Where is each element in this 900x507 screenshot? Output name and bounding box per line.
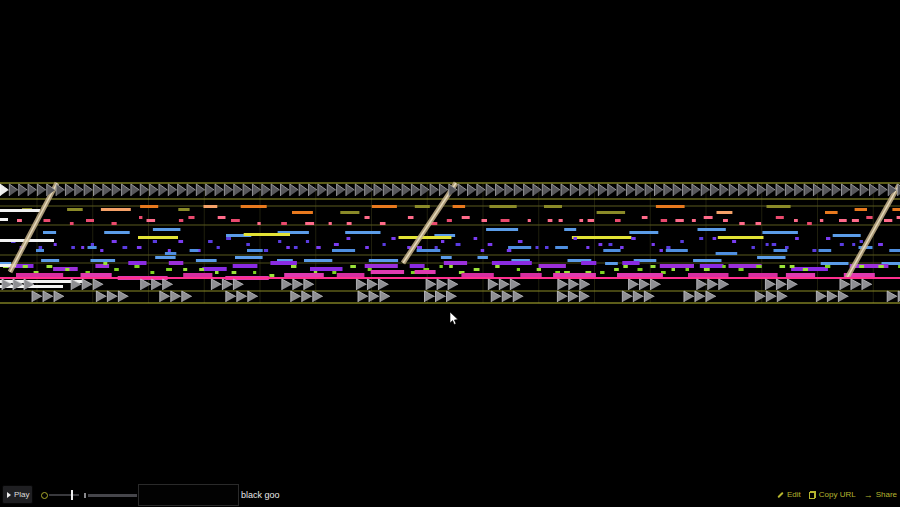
- note: [441, 256, 452, 259]
- note: [278, 240, 281, 243]
- note: [371, 270, 404, 274]
- note: [399, 236, 452, 239]
- note: [247, 249, 263, 252]
- note: [675, 219, 683, 222]
- note: [581, 261, 596, 265]
- note: [264, 249, 268, 252]
- note: [572, 236, 632, 239]
- note: [169, 261, 184, 265]
- play-button[interactable]: Play: [2, 485, 33, 504]
- note: [253, 271, 256, 274]
- volume-icon[interactable]: [41, 492, 48, 499]
- note: [537, 268, 541, 271]
- note: [417, 246, 422, 249]
- note: [774, 249, 788, 252]
- note: [609, 243, 613, 246]
- note: [603, 249, 620, 252]
- note: [204, 205, 218, 208]
- note: [492, 261, 532, 265]
- note: [153, 228, 181, 231]
- note: [620, 246, 624, 249]
- note: [112, 222, 117, 225]
- note: [559, 219, 563, 222]
- note: [350, 265, 356, 268]
- note: [337, 273, 365, 277]
- note: [183, 268, 187, 271]
- note: [71, 246, 75, 249]
- note: [112, 240, 117, 243]
- copy-url-link[interactable]: Copy URL: [809, 490, 856, 499]
- note: [218, 216, 226, 219]
- note: [756, 265, 762, 268]
- note: [700, 264, 724, 268]
- note: [897, 216, 900, 219]
- note: [281, 222, 287, 225]
- note: [638, 268, 643, 271]
- note: [474, 268, 480, 271]
- note: [839, 219, 847, 222]
- note: [517, 268, 520, 271]
- note: [39, 246, 43, 249]
- note: [548, 219, 553, 222]
- edit-link[interactable]: Edit: [777, 490, 801, 499]
- note: [757, 256, 785, 259]
- note: [372, 205, 397, 208]
- note: [794, 219, 798, 222]
- note: [488, 243, 493, 246]
- volume-slider-handle[interactable]: [71, 490, 73, 500]
- note: [574, 237, 577, 240]
- note: [138, 236, 178, 239]
- note: [717, 211, 733, 214]
- note: [732, 240, 736, 243]
- play-icon: [7, 492, 11, 498]
- note: [196, 259, 217, 262]
- song-title: black goo: [241, 490, 280, 500]
- note: [128, 261, 146, 265]
- note: [474, 237, 478, 240]
- share-link[interactable]: → Share: [864, 490, 897, 499]
- note: [208, 240, 213, 243]
- note: [235, 256, 263, 259]
- seek-bar[interactable]: [88, 494, 137, 497]
- note: [286, 246, 290, 249]
- note: [699, 237, 703, 240]
- note: [518, 240, 523, 243]
- note: [579, 219, 583, 222]
- note: [410, 264, 425, 268]
- volume-slider[interactable]: [49, 494, 79, 496]
- note: [508, 246, 531, 249]
- player-display-box[interactable]: [138, 484, 239, 506]
- note: [70, 222, 74, 225]
- piano-roll-band[interactable]: [0, 0, 900, 507]
- note: [555, 246, 568, 249]
- note: [631, 237, 635, 240]
- note: [704, 216, 713, 219]
- note: [539, 264, 566, 268]
- note: [345, 231, 380, 234]
- note: [67, 208, 83, 211]
- note: [456, 243, 461, 246]
- note: [226, 237, 231, 240]
- note: [104, 231, 130, 234]
- note: [147, 219, 156, 222]
- edit-link-label: Edit: [787, 490, 801, 499]
- note: [244, 233, 290, 236]
- note: [103, 262, 107, 265]
- player-bar: Play black goo Edit Copy URL → Share: [0, 483, 900, 507]
- note: [660, 264, 694, 268]
- note: [332, 249, 355, 252]
- note: [178, 240, 183, 243]
- seek-handle[interactable]: [84, 493, 86, 498]
- note: [415, 205, 430, 208]
- note: [81, 246, 84, 249]
- note: [383, 243, 386, 246]
- note: [756, 222, 762, 225]
- note: [859, 265, 864, 268]
- note: [642, 216, 648, 219]
- note: [36, 249, 44, 252]
- note: [88, 246, 97, 249]
- note: [481, 249, 485, 252]
- note: [347, 237, 351, 240]
- note: [852, 243, 855, 246]
- note: [284, 273, 324, 277]
